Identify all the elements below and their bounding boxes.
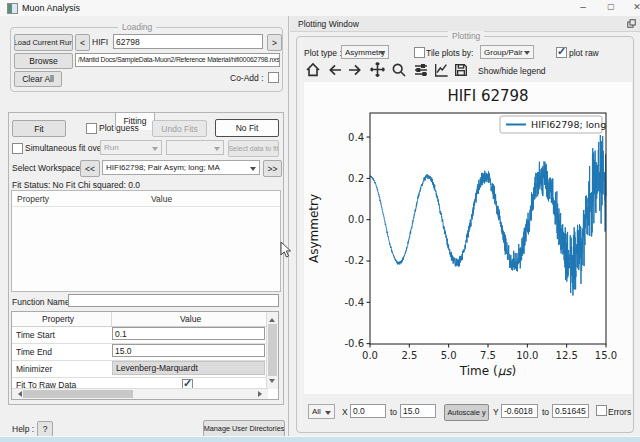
errors-checkbox[interactable] [596, 405, 607, 416]
minimizer-value[interactable]: Levenberg-Marquardt [112, 361, 265, 375]
zoom-icon[interactable] [390, 61, 408, 78]
tile-by-combo[interactable]: Group/Pair [480, 45, 534, 59]
table-row[interactable]: Minimizer Levenberg-Marquardt [12, 360, 268, 378]
svg-text:0.0: 0.0 [362, 350, 378, 361]
x-max-input[interactable] [400, 404, 436, 418]
row-property: Time Start [16, 330, 55, 340]
tile-plots-label: Tile plots by: [426, 48, 473, 58]
back-arrow-icon[interactable] [326, 61, 344, 78]
pan-icon[interactable] [368, 61, 386, 78]
time-start-value[interactable]: 0.1 [112, 327, 265, 340]
file-path-field[interactable]: /Mantid Docs/SampleData-Muon2/Reference … [75, 53, 280, 67]
simultaneous-fit-label: Simultaneous fit over [25, 143, 104, 153]
plot-type-combo[interactable]: Asymmetry [341, 45, 389, 59]
undo-fits-button[interactable]: Undo Fits [152, 120, 207, 137]
plot-guess-label: Plot guess [99, 123, 139, 133]
app-icon [7, 3, 18, 14]
vertical-scrollbar[interactable] [266, 312, 278, 389]
settings-value-header: Value [180, 314, 201, 324]
y-range-label: Y [493, 407, 499, 417]
scroll-thumb[interactable] [268, 324, 277, 376]
main-titlebar: Muon Analysis – ▢ ✕ [0, 0, 640, 16]
plot-options-icon[interactable] [432, 61, 450, 78]
x-min-input[interactable] [350, 404, 386, 418]
svg-text:12.5: 12.5 [556, 350, 578, 361]
autoscale-y-button[interactable]: Autoscale y [444, 404, 489, 421]
svg-text:0.4: 0.4 [348, 132, 364, 143]
scroll-thumb[interactable] [23, 390, 133, 398]
no-fit-button[interactable]: No Fit [215, 119, 279, 137]
scroll-up-arrow[interactable] [269, 315, 275, 322]
close-button[interactable]: ✕ [628, 0, 640, 15]
group-pair-fit-combo[interactable] [166, 140, 224, 155]
x-range-label: X [342, 407, 348, 417]
scroll-left-arrow[interactable] [15, 391, 22, 397]
float-window-icon[interactable] [627, 19, 636, 28]
plotting-window: Plotting Window Plotting Plot type : Asy… [290, 16, 640, 436]
plot-raw-checkbox[interactable] [556, 47, 567, 58]
simultaneous-fit-checkbox[interactable] [12, 143, 23, 154]
run-number-input[interactable] [113, 34, 263, 49]
select-data-to-fit-button[interactable]: Select data to fit [228, 140, 279, 157]
co-add-label: Co-Add : [230, 73, 264, 83]
subplot-settings-icon[interactable] [412, 61, 430, 78]
fit-button[interactable]: Fit [12, 120, 66, 137]
svg-text:15.0: 15.0 [595, 350, 617, 361]
workspace-prev-button[interactable]: << [80, 160, 100, 177]
instrument-label: HIFI [92, 37, 108, 47]
manage-user-directories-button[interactable]: Manage User Directories [203, 420, 285, 437]
plot-type-value: Asymmetry [345, 48, 385, 57]
y-min-input[interactable] [501, 404, 538, 418]
table-row[interactable]: Time End 15.0 [12, 343, 268, 361]
svg-text:5.0: 5.0 [441, 350, 457, 361]
muon-analysis-panel: Loading Load Current Run < HIFI > Browse… [0, 16, 289, 436]
horizontal-scrollbar[interactable] [12, 388, 268, 399]
workspace-combo-value: HIFI62798; Pair Asym; long; MA [106, 163, 220, 172]
tile-plots-checkbox[interactable] [414, 47, 425, 58]
home-icon[interactable] [304, 61, 322, 78]
co-add-checkbox[interactable] [268, 72, 279, 83]
settings-header-row: Property Value [12, 312, 268, 327]
function-name-input[interactable] [68, 294, 279, 307]
plotting-legend: Plotting [448, 31, 484, 41]
load-current-run-button[interactable]: Load Current Run [14, 34, 73, 51]
minimize-button[interactable]: – [574, 0, 592, 15]
fit-settings-table[interactable]: Property Value Time Start 0.1 Time End 1… [11, 311, 279, 400]
maximize-button[interactable]: ▢ [602, 0, 620, 15]
table-row[interactable]: Time Start 0.1 [12, 326, 268, 344]
svg-text:10.0: 10.0 [516, 350, 538, 361]
settings-property-header: Property [42, 314, 74, 324]
scroll-down-arrow[interactable] [269, 379, 275, 386]
minimizer-text: Levenberg-Marquardt [116, 363, 198, 373]
function-name-label: Function Name [12, 297, 70, 307]
save-icon[interactable] [452, 61, 470, 78]
asymmetry-plot[interactable]: 0.02.55.07.510.012.515.00.40.20.0-0.2-0.… [304, 82, 632, 394]
plot-guess-checkbox[interactable] [86, 123, 97, 134]
show-hide-legend-button[interactable]: Show/hide legend [478, 66, 546, 76]
forward-arrow-icon[interactable] [346, 61, 364, 78]
desktop: { "window": { "title": "Muon Analysis", … [0, 0, 640, 442]
plot-slot-combo[interactable]: All [308, 404, 335, 419]
param-value-header: Value [151, 194, 172, 204]
row-property: Time End [16, 347, 52, 357]
run-combo-value: Run [104, 143, 119, 152]
next-run-button[interactable]: > [267, 34, 282, 51]
browse-button[interactable]: Browse [14, 53, 73, 69]
previous-run-button[interactable]: < [75, 34, 90, 51]
fit-parameters-table[interactable]: Property Value [11, 190, 281, 292]
clear-all-button[interactable]: Clear All [14, 71, 62, 87]
help-label: Help : [12, 424, 34, 434]
time-end-value[interactable]: 15.0 [112, 344, 265, 357]
workspace-next-button[interactable]: >> [263, 160, 282, 177]
help-button[interactable]: ? [37, 421, 53, 437]
mouse-cursor [280, 241, 292, 259]
param-property-header: Property [17, 194, 49, 204]
scroll-right-arrow[interactable] [258, 391, 265, 397]
workspace-combo[interactable]: HIFI62798; Pair Asym; long; MA [102, 160, 260, 175]
plot-slot-value: All [312, 407, 321, 416]
y-max-input[interactable] [552, 404, 589, 418]
plot-raw-label: plot raw [569, 48, 599, 58]
svg-text:0.0: 0.0 [348, 214, 364, 225]
run-combo[interactable]: Run [100, 140, 162, 155]
svg-text:-0.6: -0.6 [344, 338, 364, 349]
